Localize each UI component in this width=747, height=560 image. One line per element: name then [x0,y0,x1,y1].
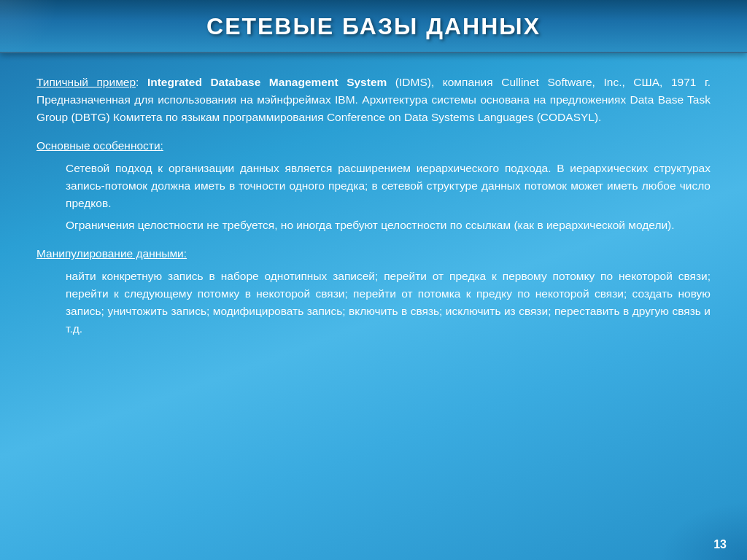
section1-para2: Ограничения целостности не требуется, но… [36,217,711,234]
section2-heading: Манипулирование данными: [36,247,711,260]
slide-title: СЕТЕВЫЕ БАЗЫ ДАННЫХ [29,13,718,40]
section1-heading: Основные особенности: [36,139,711,152]
section1-para1: Сетевой подход к организации данных явля… [36,160,711,212]
section1-block: Основные особенности: Сетевой подход к о… [36,139,711,234]
intro-bold: Integrated Database Management System [147,76,387,88]
section2-block: Манипулирование данными: найти конкретну… [36,247,711,338]
content-area: Типичный пример: Integrated Database Man… [0,53,747,560]
intro-label: Типичный пример [36,76,136,88]
section2-para: найти конкретную запись в наборе однотип… [36,268,711,338]
header-bar: СЕТЕВЫЕ БАЗЫ ДАННЫХ [0,0,747,53]
page-number: 13 [713,538,727,551]
intro-paragraph: Типичный пример: Integrated Database Man… [36,74,711,126]
slide: СЕТЕВЫЕ БАЗЫ ДАННЫХ Типичный пример: Int… [0,0,747,560]
